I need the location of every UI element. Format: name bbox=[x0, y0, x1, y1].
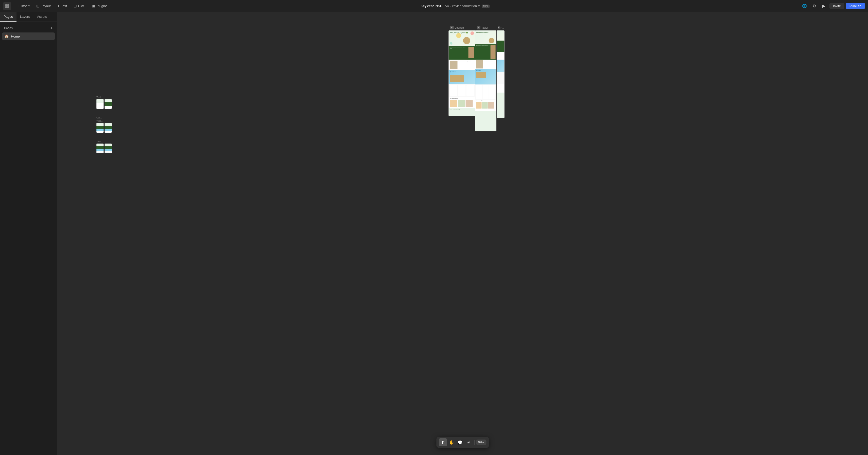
thumb-mini-1b bbox=[104, 99, 112, 109]
phone-bottom-section bbox=[497, 93, 504, 118]
sidebar-tabs: Pages Layers Assets bbox=[0, 12, 57, 22]
preview-area: Testi... Call... Testi... bbox=[57, 12, 868, 455]
layout-button[interactable]: ⊞ Layout bbox=[34, 3, 53, 9]
thumb-pair-1 bbox=[96, 99, 112, 109]
phone-header: ▶ P... bbox=[497, 25, 505, 30]
tablet-section-img bbox=[490, 45, 495, 59]
svg-rect-2 bbox=[5, 6, 7, 8]
main-preview: ▶ Desktop Salut, moi c'est Keyleena ! 🥦 bbox=[448, 25, 505, 131]
invite-button[interactable]: Invite bbox=[830, 3, 844, 9]
logo-button[interactable] bbox=[3, 2, 11, 10]
thumb-pair-2 bbox=[96, 123, 112, 133]
desktop-blue-section: Moi, qui est-je ?Découvrir mon parcours bbox=[448, 70, 475, 84]
tablet-hero-section: Salut, moi c'est Keyleena ! bbox=[475, 30, 496, 44]
tab-layers[interactable]: Layers bbox=[17, 12, 33, 22]
desktop-hero-section: Salut, moi c'est Keyleena ! 🥦 bbox=[448, 30, 475, 46]
tablet-green-section: La confiance des clients comme gain de b… bbox=[475, 44, 496, 60]
desktop-profile-section: Vous souhaitez un accompagnement... bbox=[448, 60, 475, 70]
zoom-value: 9% bbox=[478, 441, 483, 444]
text-icon: T bbox=[57, 4, 60, 8]
thumb-mini-2a bbox=[96, 123, 103, 133]
hand-tool-button[interactable]: ✋ bbox=[447, 438, 456, 446]
thumb-pair-3 bbox=[96, 143, 112, 153]
sidebar: Pages Layers Assets Pages + 🏠 Home bbox=[0, 12, 57, 455]
desktop-play-icon: ▶ bbox=[450, 26, 454, 29]
tablet-header: ▶ Tablet bbox=[475, 25, 497, 30]
desktop-section-img bbox=[468, 47, 474, 58]
small-thumbnails: Testi... Call... Testi... bbox=[96, 96, 112, 153]
tablet-profile-img bbox=[476, 60, 483, 68]
light-tool-button[interactable]: ☀ bbox=[465, 438, 473, 446]
tablet-page-preview[interactable]: Salut, moi c'est Keyleena ! La confiance… bbox=[475, 30, 496, 131]
desktop-page-preview[interactable]: Salut, moi c'est Keyleena ! 🥦 La confian… bbox=[448, 30, 475, 116]
phone-hero-section bbox=[497, 30, 504, 40]
thumb-label-2a: Call... bbox=[96, 117, 102, 119]
topbar-center: Keyleena NADEAU · keyleenanutrition.fr M… bbox=[112, 4, 799, 8]
play-icon-button[interactable]: ▶ bbox=[820, 2, 828, 10]
play-icon: ▶ bbox=[822, 4, 825, 8]
tab-assets[interactable]: Assets bbox=[33, 12, 51, 22]
desktop-header: ▶ Desktop bbox=[448, 25, 475, 30]
thumb-label-2b: Testi... bbox=[96, 120, 103, 122]
desktop-hero-img bbox=[463, 37, 470, 44]
bottom-toolbar: ⬆ ✋ 💬 ☀ 9% ▾ bbox=[436, 437, 489, 448]
settings-icon-button[interactable]: ⚙ bbox=[810, 2, 818, 10]
settings-icon: ⚙ bbox=[812, 4, 816, 8]
cms-button[interactable]: ⊟ CMS bbox=[71, 3, 88, 9]
svg-rect-1 bbox=[7, 4, 9, 6]
phone-column: ▶ P... bbox=[497, 25, 505, 131]
desktop-bottom-section: Bonjour, moi c'est Keyleena ! bbox=[448, 108, 475, 116]
desktop-clients-section: Des clients satisfaits bbox=[448, 97, 475, 108]
canvas-area[interactable]: Testi... Call... Testi... bbox=[57, 12, 868, 455]
phone-clients-section bbox=[497, 84, 504, 93]
topbar: ＋ Insert ⊞ Layout T Text ⊟ CMS ⊞ Plugins… bbox=[0, 0, 868, 12]
plugins-button[interactable]: ⊞ Plugins bbox=[89, 3, 110, 9]
main-area: Pages Layers Assets Pages + 🏠 Home Testi… bbox=[0, 12, 868, 455]
thumb-mini-1a bbox=[96, 99, 103, 109]
language-icon-button[interactable]: 🌐 bbox=[801, 2, 809, 10]
language-icon: 🌐 bbox=[802, 4, 807, 8]
zoom-selector[interactable]: 9% ▾ bbox=[476, 440, 486, 445]
text-button[interactable]: T Text bbox=[55, 3, 69, 9]
thumb-label-1: Testi... bbox=[96, 96, 103, 98]
thumb-group-3: Testi... bbox=[96, 140, 112, 153]
cursor-tool-button[interactable]: ⬆ bbox=[439, 438, 447, 446]
thumb-mini-2b bbox=[104, 123, 112, 133]
toolbar-divider bbox=[474, 440, 475, 445]
phone-testimonials-section bbox=[497, 72, 504, 84]
comment-tool-button[interactable]: 💬 bbox=[456, 438, 464, 446]
phone-profile-section bbox=[497, 52, 504, 60]
thumb-group-1: Testi... bbox=[96, 96, 112, 109]
sidebar-content: Pages + 🏠 Home bbox=[0, 22, 57, 455]
add-page-button[interactable]: + bbox=[50, 26, 53, 30]
cursor-icon: ⬆ bbox=[441, 440, 444, 445]
publish-button[interactable]: Publish bbox=[846, 3, 865, 9]
tablet-column: ▶ Tablet Salut, moi c'est Keyleena ! La … bbox=[475, 25, 497, 131]
thumb-mini-3a bbox=[96, 143, 103, 153]
pages-section-header: Pages + bbox=[2, 25, 55, 32]
lightbulb-icon: ☀ bbox=[467, 440, 470, 445]
tablet-profile-section: Un accompagnement de qualité bbox=[475, 60, 496, 69]
hand-icon: ✋ bbox=[449, 440, 454, 445]
page-item-home[interactable]: 🏠 Home bbox=[2, 32, 55, 40]
insert-button[interactable]: ＋ Insert bbox=[14, 3, 32, 9]
svg-rect-3 bbox=[7, 6, 9, 8]
phone-green-section bbox=[497, 40, 504, 52]
phone-blue-section bbox=[497, 60, 504, 72]
desktop-testimonials-section: Témoignage 1 Témoignage 2 Témoignage 3 bbox=[448, 84, 475, 97]
topbar-right: 🌐 ⚙ ▶ Invite Publish bbox=[801, 2, 865, 10]
thumb-group-2: Call... Testi... bbox=[96, 117, 112, 133]
tablet-testimonials-section: T1 T2 T3 bbox=[475, 85, 496, 100]
tablet-blue-section: Moi, qui est-je ? bbox=[475, 69, 496, 85]
tablet-play-icon: ▶ bbox=[477, 26, 480, 29]
desktop-green-section: La confiance des clients comme gain de b… bbox=[448, 46, 475, 60]
desktop-profile-img bbox=[450, 61, 457, 69]
comment-icon: 💬 bbox=[458, 440, 463, 445]
tablet-bottom-section: Bonjour, moi c'est Keyleena ! bbox=[475, 111, 496, 131]
zoom-arrow-icon: ▾ bbox=[483, 441, 484, 444]
plugins-icon: ⊞ bbox=[92, 4, 95, 8]
insert-icon: ＋ bbox=[16, 4, 20, 8]
tab-pages[interactable]: Pages bbox=[0, 12, 17, 22]
phone-page-preview[interactable] bbox=[497, 30, 504, 118]
desktop-column: ▶ Desktop Salut, moi c'est Keyleena ! 🥦 bbox=[448, 25, 475, 131]
